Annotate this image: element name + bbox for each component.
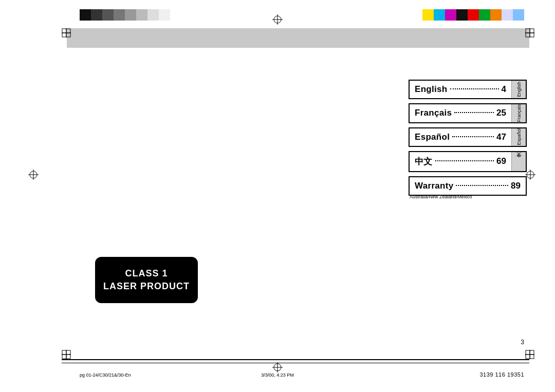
toc-row-francais: Français 25 Français bbox=[409, 103, 527, 123]
toc-tab-chinese: 中文 bbox=[511, 152, 526, 171]
toc-label-chinese: 中文 bbox=[415, 156, 433, 167]
sq-nearwhite bbox=[159, 9, 170, 21]
footer-right: 3139 116 19351 bbox=[479, 371, 524, 378]
toc-row-warranty: Warranty 89 bbox=[409, 176, 527, 196]
corner-mark-tr bbox=[525, 28, 534, 40]
sq-gray1 bbox=[102, 9, 114, 21]
toc-main-chinese: 中文 69 bbox=[410, 152, 511, 171]
laser-product-box: CLASS 1 LASER PRODUCT bbox=[95, 257, 198, 303]
toc-page-espanol: 47 bbox=[496, 132, 506, 142]
color-squares-left bbox=[80, 9, 170, 21]
toc-row-espanol: Español 47 Español bbox=[409, 127, 527, 147]
sq-orange bbox=[490, 9, 502, 21]
sq-gray2 bbox=[114, 9, 125, 21]
sq-lightgray bbox=[147, 9, 159, 21]
footer-left: pg 01-24/C30/21&/30-En bbox=[80, 372, 131, 378]
toc-main-espanol: Español 47 bbox=[410, 128, 511, 146]
toc-label-espanol: Español bbox=[415, 132, 450, 142]
sq-cyan bbox=[434, 9, 445, 21]
laser-text-line1: CLASS 1 bbox=[125, 267, 168, 280]
laser-text-line2: LASER PRODUCT bbox=[103, 280, 190, 293]
toc-tab-espanol: Español bbox=[511, 128, 526, 146]
sq-lightblue bbox=[513, 9, 524, 21]
toc-warranty-wrapper: Warranty 89 Australia/New Zealand/Mexico bbox=[409, 176, 527, 199]
sq-black bbox=[80, 9, 91, 21]
sq-darkgray bbox=[91, 9, 102, 21]
sq-magenta bbox=[445, 9, 456, 21]
footer-center: 3/3/00, 4:23 PM bbox=[261, 372, 294, 378]
toc-tab-label-francais: Français bbox=[516, 104, 522, 122]
sq-gray4 bbox=[136, 9, 147, 21]
toc-main-warranty: Warranty 89 bbox=[410, 177, 526, 195]
toc-page-chinese: 69 bbox=[496, 156, 506, 166]
crosshair-top-center bbox=[272, 14, 283, 25]
color-squares-right bbox=[422, 9, 524, 21]
toc-row-chinese: 中文 69 中文 bbox=[409, 151, 527, 172]
toc-label-francais: Français bbox=[415, 108, 452, 118]
toc-page-francais: 25 bbox=[496, 108, 506, 118]
bottom-rule-thick bbox=[62, 359, 529, 360]
sq-lavender bbox=[502, 9, 513, 21]
sq-gray3 bbox=[125, 9, 136, 21]
gray-band bbox=[67, 28, 529, 48]
sq-red bbox=[468, 9, 479, 21]
corner-mark-tl bbox=[62, 28, 71, 40]
toc-tab-label-espanol: Español bbox=[516, 128, 522, 145]
toc-tab-francais: Français bbox=[511, 104, 526, 122]
toc-tab-english: English bbox=[511, 81, 526, 98]
toc-container: English 4 English Français 25 Français E… bbox=[409, 80, 527, 201]
toc-page-warranty: 89 bbox=[511, 181, 521, 191]
warranty-subtitle: Australia/New Zealand/Mexico bbox=[410, 194, 527, 199]
sq-green bbox=[479, 9, 490, 21]
sq-yellow bbox=[422, 9, 434, 21]
toc-page-english: 4 bbox=[502, 84, 506, 95]
toc-tab-label-english: English bbox=[516, 82, 522, 97]
toc-label-warranty: Warranty bbox=[415, 181, 453, 191]
bottom-rule-thin bbox=[62, 363, 529, 363]
page-number: 3 bbox=[521, 339, 524, 346]
toc-main-english: English 4 bbox=[410, 81, 511, 98]
crosshair-left-mid bbox=[28, 170, 39, 182]
toc-main-francais: Français 25 bbox=[410, 104, 511, 122]
sq-black2 bbox=[456, 9, 468, 21]
crosshair-right-mid bbox=[525, 170, 535, 182]
toc-row-english: English 4 English bbox=[409, 80, 527, 99]
toc-label-english: English bbox=[415, 84, 448, 95]
